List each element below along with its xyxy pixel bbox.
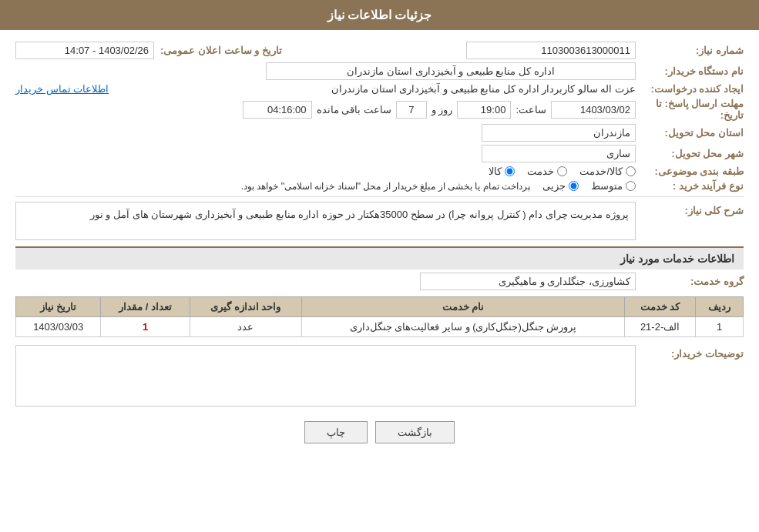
table-row: 1 الف-2-21 پرورش جنگل(جنگل‌کاری) و سایر … bbox=[16, 317, 744, 337]
col-service-name: نام خدمت bbox=[302, 297, 625, 317]
cell-date: 1403/03/03 bbox=[16, 317, 101, 337]
row-need-number: شماره نیاز: 1103003613000011 تاریخ و ساع… bbox=[15, 42, 744, 59]
remaining-label: ساعت باقی مانده bbox=[317, 104, 391, 115]
services-section-title: اطلاعات خدمات مورد نیاز bbox=[15, 246, 744, 269]
row-category: طبقه بندی موضوعی: کالا/خدمت خدمت کالا bbox=[15, 166, 744, 177]
print-button[interactable]: چاپ bbox=[304, 421, 368, 443]
process-label: نوع فرآیند خرید : bbox=[636, 180, 744, 192]
process-jozii[interactable]: جزیی bbox=[542, 180, 579, 192]
col-service-code: کد خدمت bbox=[624, 297, 695, 317]
col-quantity: تعداد / مقدار bbox=[101, 297, 190, 317]
category-kala-khedmat[interactable]: کالا/خدمت bbox=[579, 166, 636, 177]
remaining-value: 04:16:00 bbox=[243, 101, 312, 119]
creator-label: ایجاد کننده درخواست: bbox=[636, 83, 744, 95]
col-date: تاریخ نیاز bbox=[16, 297, 101, 317]
days-value: 7 bbox=[396, 101, 427, 119]
row-buyer-org: نام دستگاه خریدار: اداره کل منابع طبیعی … bbox=[15, 62, 744, 80]
col-row-num: ردیف bbox=[696, 297, 744, 317]
category-khedmat[interactable]: خدمت bbox=[527, 166, 567, 177]
buyer-notes-label: توضیحات خریدار: bbox=[636, 348, 744, 360]
row-buyer-notes: توضیحات خریدار: bbox=[15, 345, 744, 409]
buyer-notes-container bbox=[15, 345, 636, 409]
page-header: جزئیات اطلاعات نیاز bbox=[0, 0, 759, 30]
need-number-label: شماره نیاز: bbox=[636, 45, 744, 56]
process-radio-group: متوسط جزیی bbox=[542, 180, 636, 192]
cell-row-num: 1 bbox=[696, 317, 744, 337]
time-label: ساعت: bbox=[516, 104, 546, 115]
city-value: ساری bbox=[482, 145, 636, 162]
need-number-value: 1103003613000011 bbox=[466, 42, 636, 59]
row-city: شهر محل تحویل: ساری bbox=[15, 145, 744, 162]
back-button[interactable]: بازگشت bbox=[375, 421, 455, 443]
process-motavaset[interactable]: متوسط bbox=[591, 180, 636, 192]
need-description-value: پروژه مدیریت چرای دام ( کنترل پروانه چرا… bbox=[15, 202, 636, 240]
main-content: شماره نیاز: 1103003613000011 تاریخ و ساع… bbox=[0, 30, 759, 470]
cell-service-code: الف-2-21 bbox=[624, 317, 695, 337]
services-table: ردیف کد خدمت نام خدمت واحد اندازه گیری ت… bbox=[15, 296, 744, 337]
cell-quantity: 1 bbox=[101, 317, 190, 337]
cell-unit: عدد bbox=[190, 317, 301, 337]
creator-value: عزت اله سالو کاربردار اداره کل منابع طبی… bbox=[121, 83, 636, 95]
row-service-group: گروه خدمت: کشاورزی، جنگلداری و ماهیگیری bbox=[15, 273, 744, 290]
response-date: 1403/03/02 bbox=[551, 101, 636, 119]
public-announcement-label: تاریخ و ساعت اعلان عمومی: bbox=[160, 45, 282, 56]
row-process: نوع فرآیند خرید : متوسط جزیی پرداخت تمام… bbox=[15, 180, 744, 192]
buyer-notes-input[interactable] bbox=[15, 345, 636, 407]
btn-group: بازگشت چاپ bbox=[15, 421, 744, 459]
category-label: طبقه بندی موضوعی: bbox=[636, 166, 744, 177]
buyer-org-value: اداره کل منابع طبیعی و آبخیزداری استان م… bbox=[266, 62, 636, 80]
city-label: شهر محل تحویل: bbox=[636, 148, 744, 159]
process-note: پرداخت تمام یا بخشی از مبلغ خریدار از مح… bbox=[241, 181, 530, 192]
category-kala[interactable]: کالا bbox=[489, 166, 515, 177]
response-time: 19:00 bbox=[457, 101, 511, 119]
page-title: جزئیات اطلاعات نیاز bbox=[327, 8, 432, 22]
province-label: استان محل تحویل: bbox=[636, 127, 744, 139]
province-value: مازندران bbox=[482, 124, 636, 142]
buyer-org-label: نام دستگاه خریدار: bbox=[636, 65, 744, 77]
contact-link[interactable]: اطلاعات تماس خریدار bbox=[15, 83, 109, 95]
cell-service-name: پرورش جنگل(جنگل‌کاری) و سایر فعالیت‌های … bbox=[302, 317, 625, 337]
public-announcement-value: 1403/02/26 - 14:07 bbox=[15, 42, 154, 59]
row-need-description: شرح کلی نیاز: پروژه مدیریت چرای دام ( کن… bbox=[15, 202, 744, 240]
need-description-box: پروژه مدیریت چرای دام ( کنترل پروانه چرا… bbox=[15, 202, 636, 240]
category-radio-group: کالا/خدمت خدمت کالا bbox=[489, 166, 636, 177]
page-wrapper: جزئیات اطلاعات نیاز شماره نیاز: 11030036… bbox=[0, 0, 759, 532]
need-description-label: شرح کلی نیاز: bbox=[636, 205, 744, 216]
row-creator: ایجاد کننده درخواست: عزت اله سالو کاربرد… bbox=[15, 83, 744, 95]
row-deadline: مهلت ارسال پاسخ: تا تاریخ: 1403/03/02 سا… bbox=[15, 98, 744, 121]
service-group-label: گروه خدمت: bbox=[636, 276, 744, 287]
row-province: استان محل تحویل: مازندران bbox=[15, 124, 744, 142]
deadline-label: مهلت ارسال پاسخ: تا تاریخ: bbox=[636, 98, 744, 121]
days-label: روز و bbox=[432, 104, 453, 115]
service-group-value: کشاورزی، جنگلداری و ماهیگیری bbox=[420, 273, 636, 290]
col-unit: واحد اندازه گیری bbox=[190, 297, 301, 317]
